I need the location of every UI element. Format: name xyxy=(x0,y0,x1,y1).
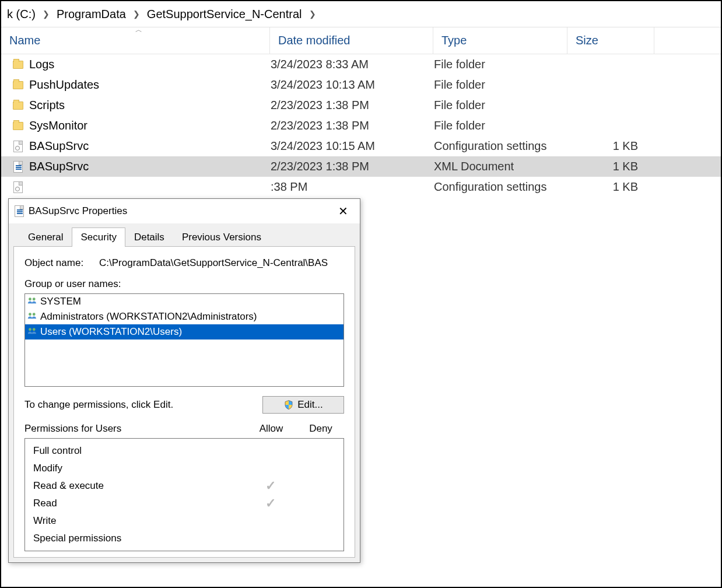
chevron-right-icon: ❯ xyxy=(129,9,143,19)
breadcrumb-item[interactable]: k (C:) xyxy=(3,6,39,22)
permissions-title: Permissions for Users xyxy=(24,423,245,435)
file-type: File folder xyxy=(434,78,568,92)
file-date: 3/24/2023 10:15 AM xyxy=(271,139,434,153)
group-item[interactable]: Administrators (WORKSTATION2\Administrat… xyxy=(25,309,344,324)
config-file-icon xyxy=(13,181,23,193)
users-icon xyxy=(27,312,38,321)
tab-general[interactable]: General xyxy=(19,228,72,247)
tab-security[interactable]: Security xyxy=(72,228,125,247)
file-name: BASupSrvc xyxy=(29,139,271,153)
edit-button[interactable]: Edit... xyxy=(262,396,344,414)
svg-point-4 xyxy=(29,328,31,331)
file-type: Configuration settings xyxy=(434,139,568,153)
file-list: Logs3/24/2023 8:33 AMFile folderPushUpda… xyxy=(1,54,721,197)
folder-icon xyxy=(13,81,23,89)
tab-strip: GeneralSecurityDetailsPrevious Versions xyxy=(9,223,360,246)
permission-name: Read & execute xyxy=(33,480,244,492)
file-row[interactable]: SysMonitor2/23/2023 1:38 PMFile folder xyxy=(1,116,721,136)
tab-previous-versions[interactable]: Previous Versions xyxy=(173,228,270,247)
permission-row: Modify xyxy=(25,460,344,477)
chevron-right-icon: ❯ xyxy=(306,9,320,19)
breadcrumb: k (C:) ❯ ProgramData ❯ GetSupportService… xyxy=(1,1,721,27)
file-name: Scripts xyxy=(29,99,271,112)
permission-row: Full control xyxy=(25,442,344,460)
group-item[interactable]: Users (WORKSTATION2\Users) xyxy=(25,324,344,340)
breadcrumb-item[interactable]: GetSupportService_N-Central xyxy=(143,6,306,22)
column-type[interactable]: Type xyxy=(433,27,567,54)
object-name-value: C:\ProgramData\GetSupportService_N-Centr… xyxy=(99,257,328,269)
permissions-list: Full controlModifyRead & executeReadWrit… xyxy=(24,438,344,551)
permission-name: Modify xyxy=(33,463,244,474)
security-tab-panel: Object name: C:\ProgramData\GetSupportSe… xyxy=(13,246,355,558)
permission-name: Full control xyxy=(33,445,244,457)
permission-row: Write xyxy=(25,512,344,530)
file-date: 2/23/2023 1:38 PM xyxy=(271,99,434,112)
users-icon xyxy=(27,297,38,306)
file-name: Logs xyxy=(29,58,271,71)
file-name: PushUpdates xyxy=(29,78,271,92)
permission-row: Read & execute xyxy=(25,477,344,495)
file-name: SysMonitor xyxy=(29,119,271,132)
file-row[interactable]: :38 PMConfiguration settings1 KB xyxy=(1,177,721,197)
edit-button-label: Edit... xyxy=(297,399,323,411)
dialog-titlebar[interactable]: BASupSrvc Properties ✕ xyxy=(9,199,360,223)
file-type: XML Document xyxy=(434,160,568,173)
group-or-user-names-list[interactable]: SYSTEMAdministrators (WORKSTATION2\Admin… xyxy=(24,293,344,387)
permission-allow xyxy=(244,496,297,511)
file-date: 2/23/2023 1:38 PM xyxy=(271,160,434,173)
group-name: Users (WORKSTATION2\Users) xyxy=(40,326,182,338)
sort-indicator-icon: ︿ xyxy=(135,25,142,35)
object-name-label: Object name: xyxy=(24,257,89,269)
permission-name: Read xyxy=(33,498,244,509)
file-row[interactable]: BASupSrvc2/23/2023 1:38 PMXML Document1 … xyxy=(1,156,721,177)
permission-allow xyxy=(244,478,297,494)
group-item[interactable]: SYSTEM xyxy=(25,294,344,309)
permission-row: Read xyxy=(25,495,344,512)
file-date: :38 PM xyxy=(271,180,434,194)
column-date-modified[interactable]: Date modified xyxy=(269,27,433,54)
file-date: 3/24/2023 8:33 AM xyxy=(271,58,434,71)
svg-point-3 xyxy=(33,313,36,316)
check-icon xyxy=(265,478,276,493)
file-type: File folder xyxy=(434,58,568,71)
file-type: Configuration settings xyxy=(434,180,568,194)
file-size: 1 KB xyxy=(568,180,656,194)
file-size: 1 KB xyxy=(568,139,656,153)
file-date: 3/24/2023 10:13 AM xyxy=(271,78,434,92)
config-file-icon xyxy=(13,141,23,152)
permission-name: Special permissions xyxy=(33,533,244,544)
file-type: File folder xyxy=(434,99,568,112)
svg-point-5 xyxy=(33,328,36,331)
file-size: 1 KB xyxy=(568,160,656,173)
permissions-allow-header: Allow xyxy=(245,423,297,435)
file-row[interactable]: Logs3/24/2023 8:33 AMFile folder xyxy=(1,54,721,75)
file-row[interactable]: BASupSrvc3/24/2023 10:15 AMConfiguration… xyxy=(1,136,721,156)
column-headers: ︿ Name Date modified Type Size xyxy=(1,27,721,54)
breadcrumb-item[interactable]: ProgramData xyxy=(53,6,129,22)
svg-point-0 xyxy=(29,298,31,300)
group-name: SYSTEM xyxy=(40,296,81,307)
close-icon[interactable]: ✕ xyxy=(331,202,355,220)
permission-row: Special permissions xyxy=(25,530,344,547)
folder-icon xyxy=(13,61,23,69)
svg-point-1 xyxy=(33,298,36,300)
group-names-label: Group or user names: xyxy=(24,278,344,290)
folder-icon xyxy=(13,122,23,130)
xml-file-icon xyxy=(13,161,23,173)
check-icon xyxy=(265,496,276,510)
file-row[interactable]: PushUpdates3/24/2023 10:13 AMFile folder xyxy=(1,75,721,95)
properties-dialog: BASupSrvc Properties ✕ GeneralSecurityDe… xyxy=(8,198,360,563)
file-icon xyxy=(15,205,24,217)
permissions-deny-header: Deny xyxy=(297,423,344,435)
file-type: File folder xyxy=(434,119,568,132)
file-name: BASupSrvc xyxy=(29,160,271,173)
uac-shield-icon xyxy=(283,400,294,410)
change-permissions-hint: To change permissions, click Edit. xyxy=(24,399,173,411)
folder-icon xyxy=(13,102,23,110)
file-row[interactable]: Scripts2/23/2023 1:38 PMFile folder xyxy=(1,95,721,116)
svg-point-2 xyxy=(29,313,31,316)
permission-name: Write xyxy=(33,515,244,527)
dialog-title: BASupSrvc Properties xyxy=(29,205,127,217)
tab-details[interactable]: Details xyxy=(125,228,173,247)
column-size[interactable]: Size xyxy=(567,27,654,54)
